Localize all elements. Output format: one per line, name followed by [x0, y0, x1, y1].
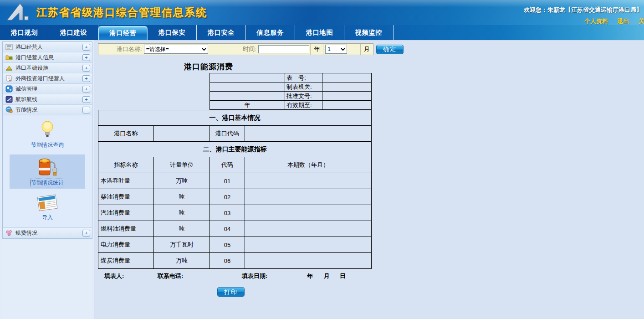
port-code-cell: 港口代码: [210, 126, 245, 142]
energy-globe-icon: [5, 106, 13, 113]
column-header: 代码: [210, 157, 245, 173]
table-row-fuel-oil: 燃料油消费量 吨 04: [98, 221, 372, 237]
column-header: 本期数（年月）: [245, 157, 372, 173]
table-row-throughput: 本港吞吐量 万吨 01: [98, 173, 372, 189]
month-suffix-label: 月: [361, 45, 373, 53]
form-number-label: 表 号:: [285, 73, 322, 82]
sidebar-item-operator-info[interactable]: 港口经营人信息 +: [3, 52, 92, 63]
port-name-label: 港口名称:: [98, 45, 142, 53]
header-links: 个人资料 退出 关闭: [577, 17, 644, 25]
filter-row: 港口名称: =请选择= 时间: 年 1: [98, 43, 644, 55]
section-header-energy-indicators: 二、港口主要能源指标: [98, 142, 372, 157]
expand-plus-icon[interactable]: +: [82, 44, 90, 51]
filter-bar: 港口名称: =请选择= 时间: 年 1: [98, 43, 373, 55]
confirm-button[interactable]: 确定: [376, 45, 404, 54]
picture-icon: [5, 43, 13, 51]
infrastructure-icon: [5, 64, 13, 72]
submenu-item-label: 导入: [42, 214, 53, 221]
table-row-coal: 煤炭消费量 万吨 06: [98, 253, 372, 269]
sidebar: 港口经营人 + 港口经营人信息 + 港口基础设施 + 外商投资港口经营人 +: [0, 40, 94, 319]
filler-label: 填表人:: [104, 272, 124, 280]
sidebar-item-flight-routes[interactable]: 航班航线 +: [3, 94, 92, 105]
sidebar-item-foreign-investment[interactable]: 外商投资港口经营人 +: [3, 73, 92, 84]
sidebar-item-label: 港口经营人信息: [15, 54, 82, 62]
app-logo-icon: [6, 3, 32, 23]
report-title: 港口能源消费: [184, 62, 644, 72]
table-row-diesel: 柴油消费量 吨 02: [98, 189, 372, 205]
approval-number-label: 批准文号:: [285, 92, 322, 101]
profile-link[interactable]: 个人资料: [584, 18, 608, 25]
phone-label: 联系电话:: [158, 272, 183, 280]
submenu-item-energy-query[interactable]: 节能情况查询: [31, 120, 64, 149]
sidebar-item-label: 诚信管理: [15, 85, 82, 93]
time-label: 时间:: [237, 45, 256, 53]
energy-report-table: 一、港口基本情况 港口名称 港口代码 二、港口主要能源指标 指标名称 计量单位 …: [98, 110, 372, 269]
app-header: 江苏省省级港口综合管理信息系统 欢迎您：朱新龙【江苏省交通运输厅港口局】 个人资…: [0, 0, 644, 25]
port-name-cell: 港口名称: [98, 126, 154, 142]
print-button[interactable]: 打印: [217, 287, 245, 297]
tab-port-construction[interactable]: 港口建设: [49, 25, 98, 40]
tab-port-map[interactable]: 港口地图: [295, 25, 344, 40]
logout-link[interactable]: 退出: [618, 18, 629, 25]
table-row: 批准文号:: [210, 92, 372, 101]
month-select[interactable]: 1: [325, 45, 347, 54]
fees-flower-icon: [5, 229, 13, 237]
tab-port-safety[interactable]: 港口安全: [197, 25, 246, 40]
issuing-agency-label: 制表机关:: [285, 82, 322, 92]
battery-plug-icon: [35, 157, 60, 178]
sidebar-item-label: 规费情况: [15, 229, 82, 237]
sidebar-item-infrastructure[interactable]: 港口基础设施 +: [3, 63, 92, 73]
sidebar-item-port-operator[interactable]: 港口经营人 +: [3, 42, 92, 52]
fill-date-label: 填表日期:: [242, 272, 267, 280]
document-pen-icon: [5, 75, 13, 82]
import-icon: [36, 193, 59, 212]
table-row-gasoline: 汽油消费量 吨 03: [98, 205, 372, 221]
main-nav: 港口规划 港口建设 港口经营 港口保安 港口安全 信息服务 港口地图 视频监控: [0, 25, 644, 40]
collapse-minus-icon[interactable]: −: [82, 107, 90, 113]
sidebar-item-label: 外商投资港口经营人: [15, 75, 82, 82]
submenu-item-import[interactable]: 导入: [36, 193, 59, 221]
submenu-item-label: 节能情况查询: [31, 141, 64, 149]
tab-info-service[interactable]: 信息服务: [246, 25, 295, 40]
year-input[interactable]: [258, 45, 309, 53]
tab-port-planning[interactable]: 港口规划: [0, 25, 49, 40]
table-row: 表 号:: [210, 73, 372, 82]
expand-plus-icon[interactable]: +: [82, 230, 90, 237]
expand-plus-icon[interactable]: +: [82, 75, 90, 82]
year-label: 年: [307, 272, 313, 280]
day-label: 日: [340, 272, 346, 280]
valid-until-label: 有效期至:: [285, 101, 322, 110]
column-header: 指标名称: [98, 157, 154, 173]
credit-icon: [5, 85, 13, 93]
expand-plus-icon[interactable]: +: [82, 86, 90, 93]
sidebar-item-label: 航班航线: [15, 96, 82, 103]
table-row-basic: 港口名称 港口代码: [98, 126, 372, 142]
folder-arrow-icon: [5, 54, 13, 61]
sidebar-item-label: 节能情况: [15, 106, 82, 114]
section-header-basic-info: 一、港口基本情况: [98, 110, 372, 126]
close-link[interactable]: 关闭: [639, 18, 644, 25]
table-row: 制表机关:: [210, 82, 372, 92]
sidebar-item-credit-management[interactable]: 诚信管理 +: [3, 84, 92, 94]
tab-port-operation[interactable]: 港口经营: [98, 26, 148, 40]
form-number-value: [322, 73, 372, 82]
sidebar-item-label: 港口经营人: [15, 43, 82, 51]
expand-plus-icon[interactable]: +: [82, 65, 90, 72]
expand-plus-icon[interactable]: +: [82, 54, 90, 61]
sidebar-item-fees[interactable]: 规费情况 +: [3, 228, 92, 238]
sidebar-accordion: 港口经营人 + 港口经营人信息 + 港口基础设施 + 外商投资港口经营人 +: [2, 41, 92, 239]
submenu-item-label: 节能情况统计: [31, 179, 64, 187]
app-title: 江苏省省级港口综合管理信息系统: [36, 5, 207, 20]
sidebar-item-energy-saving[interactable]: 节能情况 −: [3, 105, 92, 115]
table-header-row: 指标名称 计量单位 代码 本期数（年月）: [98, 157, 372, 173]
table-row: 年 有效期至:: [210, 101, 372, 110]
main-content: 港口名称: =请选择= 时间: 年 1: [94, 40, 644, 319]
expand-plus-icon[interactable]: +: [82, 96, 90, 103]
tab-port-security[interactable]: 港口保安: [148, 25, 197, 40]
bulb-icon: [40, 120, 55, 140]
port-select[interactable]: =请选择=: [144, 45, 208, 54]
sidebar-item-label: 港口基础设施: [15, 64, 82, 72]
submenu-item-energy-statistics[interactable]: 节能情况统计: [10, 154, 85, 189]
tab-video-monitor[interactable]: 视频监控: [344, 25, 394, 40]
table-row-electricity: 电力消费量 万千瓦时 05: [98, 237, 372, 253]
